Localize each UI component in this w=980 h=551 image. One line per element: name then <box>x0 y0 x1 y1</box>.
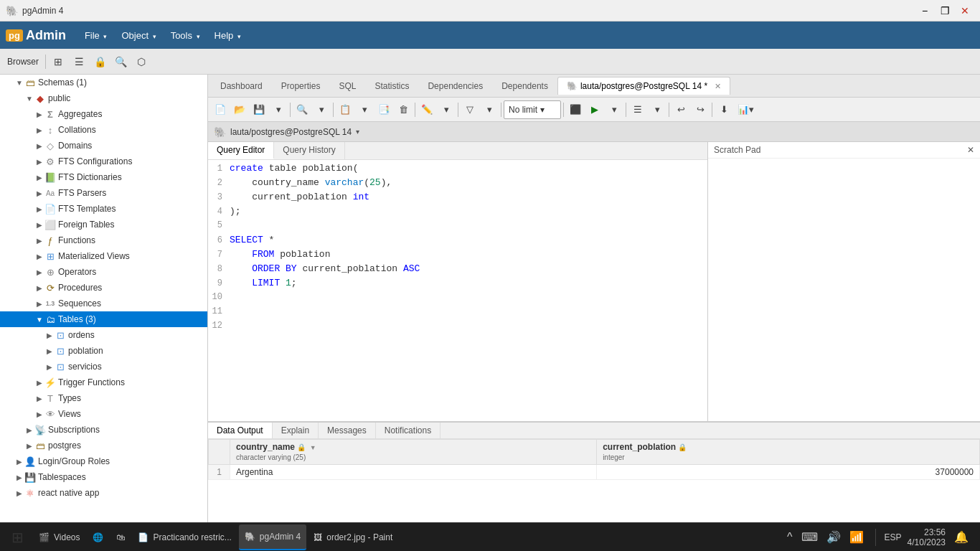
sidebar-item-public[interactable]: ▼ ◆ public <box>0 90 207 106</box>
tab-query-editor-inner[interactable]: Query Editor <box>208 142 274 159</box>
query-commit-btn[interactable]: ↩ <box>672 100 690 119</box>
sidebar-item-tables[interactable]: ▼ 🗂 Tables (3) <box>0 311 207 327</box>
sidebar-item-subscriptions[interactable]: ▶ 📡 Subscriptions <box>0 422 207 438</box>
results-header-country-name[interactable]: country_name 🔒 ▼ character varying (25) <box>230 440 597 465</box>
taskbar-pgadmin[interactable]: 🐘 pgAdmin 4 <box>239 524 306 550</box>
tab-dependencies[interactable]: Dependencies <box>418 77 492 95</box>
results-tab-data-output[interactable]: Data Output <box>208 423 273 438</box>
sidebar-item-procedures[interactable]: ▶ ⟳ Procedures <box>0 280 207 296</box>
toolbar-query-btn[interactable]: ⬡ <box>131 52 151 71</box>
tab-properties[interactable]: Properties <box>272 77 330 95</box>
sidebar-item-trigger-functions[interactable]: ▶ ⚡ Trigger Functions <box>0 375 207 390</box>
query-download-btn[interactable]: ⬇ <box>715 100 733 119</box>
scratch-pad-close-btn[interactable]: ✕ <box>967 145 974 155</box>
tray-caret-icon[interactable]: ^ <box>784 528 796 547</box>
tab-dashboard[interactable]: Dashboard <box>211 77 272 95</box>
query-delete-btn[interactable]: 🗑 <box>394 100 413 119</box>
menu-help[interactable]: Help ▾ <box>207 26 248 45</box>
query-find-btn[interactable]: 🔍 <box>293 100 311 119</box>
taskbar-videos[interactable]: 🎬 Videos <box>33 524 85 550</box>
tray-network-icon[interactable]: 📶 <box>847 527 867 547</box>
tab-statistics[interactable]: Statistics <box>365 77 418 95</box>
query-explain-dropdown-btn[interactable]: ▾ <box>648 100 666 119</box>
toolbar-search-btn[interactable]: 🔍 <box>110 52 131 71</box>
tab-query-editor[interactable]: 🐘 lauta/postgres@PostgreSQL 14 * ✕ <box>557 77 730 95</box>
sidebar-item-poblation[interactable]: ▶ ⊡ poblation <box>0 343 207 359</box>
query-filter-btn[interactable]: ▽ <box>461 100 479 119</box>
tab-query-history[interactable]: Query History <box>274 142 344 159</box>
line-content-7: FROM poblation <box>230 249 707 260</box>
query-limit-dropdown[interactable]: No limit ▾ <box>504 100 561 119</box>
sidebar-item-operators[interactable]: ▶ ⊕ Operators <box>0 264 207 280</box>
sidebar-item-fts-parsers[interactable]: ▶ Aa FTS Parsers <box>0 185 207 201</box>
query-save-file-btn[interactable]: 📄 <box>211 100 230 119</box>
tray-volume-icon[interactable]: 🔊 <box>824 527 844 547</box>
taskbar-paint[interactable]: 🖼 order2.jpg - Paint <box>308 524 398 550</box>
query-paste-btn[interactable]: 📑 <box>374 100 393 119</box>
maximize-button[interactable]: ❐ <box>936 4 954 18</box>
sidebar-item-schemas[interactable]: ▼ 🗃 Schemas (1) <box>0 75 207 90</box>
query-more-btn[interactable]: 📊▾ <box>734 100 758 119</box>
sidebar-item-ordens[interactable]: ▶ ⊡ ordens <box>0 327 207 343</box>
sidebar-item-mat-views[interactable]: ▶ ⊞ Materialized Views <box>0 248 207 264</box>
toolbar-grid-btn[interactable]: ⊞ <box>48 52 68 71</box>
fts-config-icon: ⚙ <box>44 156 56 167</box>
query-find-dropdown-btn[interactable]: ▾ <box>312 100 331 119</box>
query-stop-btn[interactable]: ⬛ <box>566 100 585 119</box>
query-rollback-btn[interactable]: ↪ <box>691 100 710 119</box>
results-tab-explain[interactable]: Explain <box>273 423 319 438</box>
query-explain-btn[interactable]: ☰ <box>628 100 647 119</box>
close-button[interactable]: ✕ <box>956 4 974 18</box>
query-save-btn[interactable]: 💾 <box>250 100 268 119</box>
fts-templates-icon: 📄 <box>44 203 56 215</box>
query-run-dropdown-btn[interactable]: ▾ <box>605 100 623 119</box>
toolbar-list-btn[interactable]: ☰ <box>69 52 89 71</box>
sidebar-item-foreign-tables[interactable]: ▶ ⬜ Foreign Tables <box>0 217 207 232</box>
taskbar-browser[interactable]: 🌐 <box>87 524 109 550</box>
query-edit-btn[interactable]: ✏️ <box>418 100 436 119</box>
sidebar-item-views[interactable]: ▶ 👁 Views <box>0 406 207 422</box>
sidebar-item-domains[interactable]: ▶ ◇ Domains <box>0 138 207 154</box>
tab-dependents[interactable]: Dependents <box>492 77 557 95</box>
notification-icon[interactable]: 🔔 <box>951 527 971 547</box>
taskbar-practicando[interactable]: 📄 Practicando restric... <box>132 524 237 550</box>
tab-sql[interactable]: SQL <box>329 77 365 95</box>
sidebar-item-collations[interactable]: ▶ ↕ Collations <box>0 122 207 138</box>
tray-keyboard-icon[interactable]: ⌨ <box>798 527 821 547</box>
sidebar-item-fts-config[interactable]: ▶ ⚙ FTS Configurations <box>0 154 207 169</box>
code-area[interactable]: 1 create table poblation( 2 country_name… <box>208 160 707 338</box>
query-copy-dropdown-btn[interactable]: ▾ <box>355 100 374 119</box>
sidebar-item-functions[interactable]: ▶ ƒ Functions <box>0 232 207 248</box>
time-display: 23:56 4/10/2023 <box>908 527 946 547</box>
tab-close-btn[interactable]: ✕ <box>715 82 721 91</box>
qtoolbar-sep-3 <box>415 103 415 117</box>
minimize-button[interactable]: − <box>915 4 934 18</box>
sidebar-item-roles[interactable]: ▶ 👤 Login/Group Roles <box>0 453 207 469</box>
sidebar-item-tablespaces[interactable]: ▶ 💾 Tablespaces <box>0 469 207 485</box>
sidebar-item-react-native-app[interactable]: ▶ ⚛ react native app <box>0 485 207 501</box>
query-filter-dropdown-btn[interactable]: ▾ <box>480 100 499 119</box>
taskbar-store[interactable]: 🛍 <box>110 524 131 550</box>
results-tab-messages[interactable]: Messages <box>319 423 376 438</box>
sidebar-item-types[interactable]: ▶ T Types <box>0 390 207 406</box>
query-run-btn[interactable]: ▶ <box>585 100 604 119</box>
query-open-btn[interactable]: 📂 <box>230 100 249 119</box>
query-limit-value: No limit <box>509 105 537 115</box>
sidebar-item-sequences[interactable]: ▶ 1.3 Sequences <box>0 296 207 311</box>
toolbar-lock-btn[interactable]: 🔒 <box>90 52 110 71</box>
sidebar-item-aggregates[interactable]: ▶ Σ Aggregates <box>0 106 207 122</box>
menu-file[interactable]: File ▾ <box>77 26 115 45</box>
menu-tools[interactable]: Tools ▾ <box>164 26 207 45</box>
sidebar-item-fts-dict[interactable]: ▶ 📗 FTS Dictionaries <box>0 169 207 185</box>
query-copy-btn[interactable]: 📋 <box>336 100 354 119</box>
sidebar-item-servicios[interactable]: ▶ ⊡ servicios <box>0 359 207 375</box>
query-edit-dropdown-btn[interactable]: ▾ <box>437 100 456 119</box>
sidebar-item-fts-templates[interactable]: ▶ 📄 FTS Templates <box>0 201 207 217</box>
sidebar-item-postgres[interactable]: ▶ 🗃 postgres <box>0 438 207 453</box>
results-header-current-poblation[interactable]: current_poblation 🔒 integer <box>597 440 980 465</box>
start-button[interactable]: ⊞ <box>3 524 32 550</box>
menu-object[interactable]: Object ▾ <box>114 26 163 45</box>
expand-arrow-react-native-app: ▶ <box>14 488 24 498</box>
query-save-dropdown-btn[interactable]: ▾ <box>269 100 288 119</box>
results-tab-notifications[interactable]: Notifications <box>376 423 440 438</box>
